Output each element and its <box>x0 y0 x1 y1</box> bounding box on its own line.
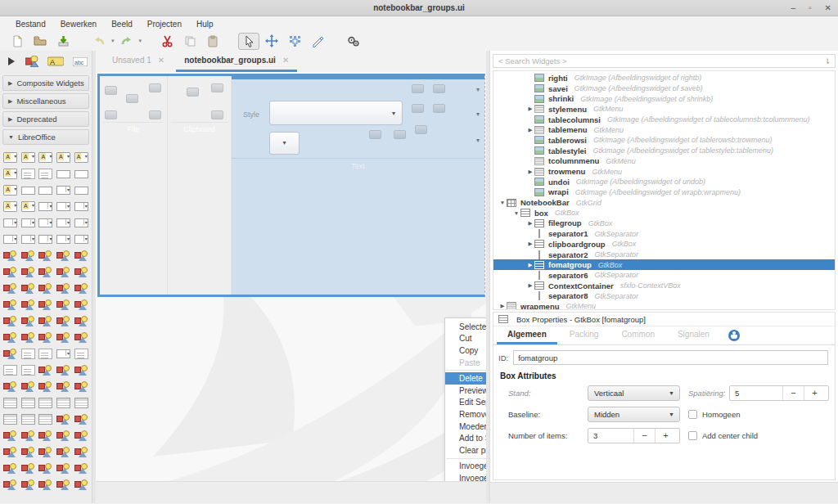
palette-widget-entry[interactable] <box>21 187 35 195</box>
context-menu-item-clear-properties[interactable]: Clear properties <box>445 444 486 457</box>
tree-row-wrapi[interactable]: wrapiGtkImage (Afbeeldingswidget of wrap… <box>493 187 835 198</box>
palette-widget-person[interactable] <box>38 316 52 326</box>
menu-item-projecten[interactable]: Projecten <box>140 18 189 30</box>
palette-widget-entry[interactable] <box>38 187 52 195</box>
palette-widget-person[interactable] <box>3 349 17 359</box>
palette-widget-combo[interactable] <box>38 152 52 163</box>
palette-widget-person[interactable] <box>3 299 17 310</box>
label-icon[interactable]: A <box>47 56 64 68</box>
palette-widget-person[interactable] <box>74 316 88 326</box>
menu-item-bestand[interactable]: Bestand <box>8 18 53 30</box>
menu-item-beeld[interactable]: Beeld <box>104 18 140 30</box>
design-canvas[interactable]: File Clipboard Style <box>96 72 486 481</box>
palette-widget-list[interactable] <box>56 398 70 408</box>
palette-widget-person[interactable] <box>74 463 88 474</box>
document-tab-notebookbar-groups-ui[interactable]: notebookbar_groups.ui✕ <box>176 52 297 72</box>
tree-row-NotebookBar[interactable]: ▼NotebookBarGtkGrid <box>493 197 835 208</box>
palette-widget-person[interactable] <box>38 332 52 343</box>
palette-widget-person[interactable] <box>74 267 88 277</box>
add-center-child-checkbox[interactable]: Add center child <box>688 431 758 440</box>
context-menu-item-selecteren[interactable]: Selecteren <box>445 321 486 333</box>
properties-tab-algemeen[interactable]: Algemeen <box>497 326 557 344</box>
tree-row-box[interactable]: ▼boxGtkBox <box>493 208 835 218</box>
close-icon[interactable]: ✕ <box>825 3 831 12</box>
palette-widget-person[interactable] <box>3 283 17 294</box>
palette-widget-person[interactable] <box>74 479 88 490</box>
tree-row-separator1[interactable]: separator1GtkSeparator <box>493 228 835 239</box>
properties-tab-common[interactable]: Common <box>610 326 665 344</box>
palette-widget-doc[interactable] <box>38 169 52 179</box>
tree-row-tablestylei[interactable]: tablestyleiGtkImage (Afbeeldingswidget o… <box>493 146 835 156</box>
palette-widget-person[interactable] <box>3 267 17 277</box>
palette-widget-person[interactable] <box>38 250 52 261</box>
palette-widget-person[interactable] <box>38 267 52 277</box>
palette-widget-person[interactable] <box>56 414 70 425</box>
items-spinner[interactable]: 3 − + <box>588 428 680 443</box>
palette-widget-person[interactable] <box>21 267 35 277</box>
tree-row-trowmenu[interactable]: ▶trowmenuGtkMenu <box>493 166 835 177</box>
palette-widget-combo[interactable] <box>3 169 17 179</box>
palette-widget-person[interactable] <box>21 463 35 474</box>
palette-widget-person[interactable] <box>21 250 35 261</box>
palette-widget-person[interactable] <box>74 381 88 392</box>
palette-widget-list[interactable] <box>74 398 88 408</box>
paste-button[interactable] <box>202 33 223 50</box>
tree-row-separator6[interactable]: separator6GtkSeparator <box>493 270 835 281</box>
palette-widget-person[interactable] <box>38 299 52 310</box>
tree-row-shrinki[interactable]: shrinkiGtkImage (Afbeeldingswidget of sh… <box>493 93 835 104</box>
text-abc-icon[interactable]: abc <box>73 57 88 68</box>
tree-row-wrapmenu[interactable]: ▶wrapmenuGtkMenu <box>493 301 835 310</box>
palette-widget-combo[interactable] <box>21 152 35 163</box>
palette-widget-list[interactable] <box>21 414 35 425</box>
context-menu-item-cut[interactable]: Cut <box>445 333 486 345</box>
palette-widget-dropdown[interactable] <box>74 218 88 227</box>
palette-widget-doc[interactable] <box>38 349 52 359</box>
context-menu-item-delete[interactable]: Delete <box>445 372 486 385</box>
palette-widget-doc[interactable] <box>3 365 17 376</box>
palette-widget-dropdown[interactable] <box>56 349 70 358</box>
fomatgroup-preview-selected[interactable]: Style ▾ ▾ ▾ ▾ ▾ Text <box>232 76 484 295</box>
palette-widget-dropdown[interactable] <box>38 218 52 227</box>
palette-section-libreoffice[interactable]: ▼LibreOffice <box>2 129 89 145</box>
chevron-down-icon[interactable]: ▾ <box>476 86 480 93</box>
palette-widget-person[interactable] <box>3 430 17 441</box>
tree-row-stylemenu[interactable]: ▶stylemenuGtkMenu <box>493 104 835 115</box>
palette-widget-dropdown[interactable] <box>56 218 70 227</box>
palette-widget-person[interactable] <box>38 381 52 392</box>
palette-widget-dropdown[interactable] <box>38 235 52 244</box>
tab-close-icon[interactable]: ✕ <box>158 56 164 65</box>
palette-widget-person[interactable] <box>38 463 52 474</box>
copy-button[interactable] <box>179 33 200 50</box>
menu-item-hulp[interactable]: Hulp <box>189 18 221 30</box>
palette-widget-person[interactable] <box>3 316 17 326</box>
chevron-down-icon[interactable]: ▾ <box>476 110 480 118</box>
tree-row-clipboardgroup[interactable]: ▶clipboardgroupGtkBox <box>493 239 835 250</box>
palette-widget-person[interactable] <box>21 381 35 392</box>
palette-widget-person[interactable] <box>74 250 88 261</box>
chevron-down-icon[interactable]: ▾ <box>111 38 115 44</box>
tree-expander-icon[interactable]: ▶ <box>526 220 534 227</box>
palette-widget-person[interactable] <box>3 447 17 457</box>
tree-row-tablecolumnsi[interactable]: tablecolumnsiGtkImage (Afbeeldingswidget… <box>493 115 835 125</box>
palette-widget-doc[interactable] <box>21 169 35 179</box>
accessibility-tab-icon[interactable] <box>728 330 740 341</box>
tree-expander-icon[interactable]: ▶ <box>526 127 534 133</box>
gears-button[interactable] <box>343 33 364 50</box>
palette-widget-dropdown[interactable] <box>3 218 17 227</box>
palette-widget-person[interactable] <box>21 430 35 441</box>
filegroup-preview[interactable]: File <box>100 76 168 295</box>
palette-widget-person[interactable] <box>56 463 70 474</box>
checkbox-icon[interactable] <box>688 431 697 440</box>
resize-button[interactable] <box>284 33 305 50</box>
new-file-button[interactable] <box>7 33 28 50</box>
tree-row-separator2[interactable]: separator2GtkSeparator <box>493 250 835 260</box>
palette-widget-person[interactable] <box>3 381 17 392</box>
palette-widget-person[interactable] <box>38 479 52 490</box>
clipboardgroup-preview[interactable]: Clipboard <box>168 76 232 295</box>
open-button[interactable] <box>29 33 51 50</box>
tree-expander-icon[interactable]: ▶ <box>526 282 534 289</box>
context-menu-item-moeder-toevoegen[interactable]: Moeder toevoegen▶ <box>445 421 486 433</box>
palette-widget-dropdown[interactable] <box>56 235 70 244</box>
tree-expander-icon[interactable]: ▶ <box>526 169 534 175</box>
palette-widget-entry[interactable] <box>56 170 70 178</box>
